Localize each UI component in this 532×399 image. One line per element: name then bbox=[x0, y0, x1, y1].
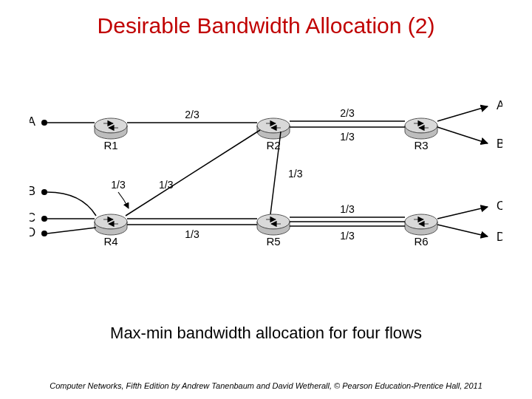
label-r1: R1 bbox=[103, 139, 117, 151]
bw-r2r3-bottom: 1/3 bbox=[340, 131, 355, 143]
svg-line-5 bbox=[47, 228, 96, 233]
link-r3-a bbox=[437, 106, 488, 121]
bw-b-r4: 1/3 bbox=[111, 179, 126, 191]
link-r6-c bbox=[437, 207, 488, 219]
endpoint-c-left bbox=[41, 216, 47, 222]
label-d-left: D bbox=[30, 226, 35, 239]
router-r5 bbox=[257, 214, 290, 235]
bw-r1r2: 2/3 bbox=[185, 109, 200, 120]
label-c-left: C bbox=[30, 211, 35, 224]
link-r4-r2 bbox=[126, 130, 260, 216]
label-c-right: C bbox=[497, 200, 502, 212]
label-b-right: B bbox=[497, 137, 502, 150]
label-r4: R4 bbox=[103, 235, 117, 248]
slide: Desirable Bandwidth Allocation (2) bbox=[0, 0, 532, 399]
router-r1 bbox=[95, 118, 127, 139]
label-a-right: A bbox=[497, 99, 502, 112]
bw-r4r5: 1/3 bbox=[185, 228, 200, 240]
label-a-left: A bbox=[30, 115, 35, 128]
router-r2 bbox=[257, 118, 290, 139]
endpoint-d-left bbox=[41, 231, 47, 236]
slide-caption: Max-min bandwidth allocation for four fl… bbox=[0, 324, 532, 343]
bw-r5r6-top: 1/3 bbox=[340, 203, 355, 215]
link-r6-d bbox=[437, 225, 488, 236]
endpoint-a-left bbox=[41, 120, 47, 126]
label-r5: R5 bbox=[266, 235, 280, 248]
bw-r2-r5: 1/3 bbox=[288, 168, 303, 180]
router-r4 bbox=[95, 214, 127, 235]
bw-r4-r2: 1/3 bbox=[159, 179, 174, 191]
router-r3 bbox=[405, 118, 437, 139]
label-r6: R6 bbox=[414, 235, 428, 248]
bw-r2r3-top: 2/3 bbox=[340, 107, 355, 119]
slide-title: Desirable Bandwidth Allocation (2) bbox=[0, 13, 532, 38]
bw-r5r6-bottom: 1/3 bbox=[340, 230, 355, 242]
label-b-left: B bbox=[30, 185, 35, 197]
slide-footer: Computer Networks, Fifth Edition by Andr… bbox=[0, 381, 532, 390]
router-r6 bbox=[405, 214, 437, 235]
link-r3-b bbox=[437, 127, 488, 143]
network-diagram: R1 R2 R3 R4 R5 R6 A B 1/3 C D 2 bbox=[30, 89, 502, 281]
endpoint-b-left bbox=[41, 189, 47, 195]
label-d-right: D bbox=[497, 231, 502, 243]
label-r3: R3 bbox=[414, 139, 428, 151]
